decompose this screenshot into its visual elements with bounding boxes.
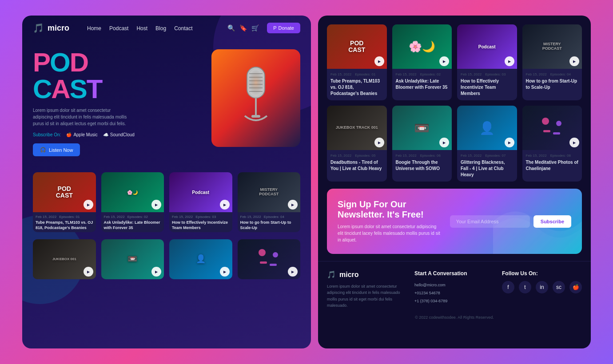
apple-music-link[interactable]: 🍎 Apple Music bbox=[66, 132, 97, 137]
instagram-icon[interactable]: in bbox=[536, 281, 548, 293]
card-title-1: Tube Preamps, TLM103 vs. OJ 818, Podcast… bbox=[36, 220, 93, 230]
thumb-1: PODCAST ▶ bbox=[33, 172, 96, 212]
facebook-icon[interactable]: f bbox=[502, 281, 514, 293]
ep-card-2: 🌸🌙 ▶ Feb 15, 2022 Episodes: 02 Ask Unlad… bbox=[392, 24, 452, 100]
thumb-8: ▶ bbox=[238, 239, 301, 279]
ep-date-2: Feb 15, 2022 bbox=[396, 72, 417, 76]
apple-icon[interactable]: 🍎 bbox=[569, 281, 582, 293]
play-button-4[interactable]: ▶ bbox=[288, 200, 298, 210]
ep-thumb-1: PODCAST ▶ bbox=[327, 24, 387, 69]
footer-phone2: +1 (378) 034-6789 bbox=[414, 297, 493, 305]
footer-conversation-title: Start A Conversation bbox=[414, 270, 493, 277]
logo[interactable]: 🎵 micro bbox=[33, 23, 69, 33]
svg-point-11 bbox=[259, 249, 266, 256]
svg-rect-17 bbox=[543, 130, 550, 132]
card-ep: Episodes: 04 bbox=[264, 215, 284, 219]
nav-contact[interactable]: Contact bbox=[174, 25, 192, 32]
footer-contact-info: hello@micro.com +01234 54678 +1 (378) 03… bbox=[414, 281, 493, 305]
footer-logo: 🎵 micro bbox=[327, 270, 406, 279]
podcast-grid-bottom-left: JUKEBOX 001 ▶ 📼 ▶ 👤 ▶ bbox=[22, 239, 311, 286]
follow-title: Follow Us On: bbox=[502, 270, 582, 277]
newsletter-description: Lorem ipsum dolor sit amet consectetur a… bbox=[338, 223, 441, 243]
ep-num-7: Episodes: 07 bbox=[485, 154, 506, 158]
ep-date-3: Feb 15, 2022 bbox=[461, 72, 482, 76]
play-button-3[interactable]: ▶ bbox=[220, 200, 230, 210]
podcast-grid-left: PODCAST ▶ Feb 15, 2022 Episodes: 01 Tube… bbox=[22, 165, 311, 239]
nav-blog[interactable]: Blog bbox=[155, 25, 166, 32]
ep-num-4: Episodes: 04 bbox=[550, 72, 571, 76]
svg-point-15 bbox=[542, 118, 549, 125]
footer-description: Lorem ipsum dolor sit amet consectetur a… bbox=[327, 283, 406, 309]
svg-point-16 bbox=[556, 121, 561, 126]
ep-title-2: Ask Unladylike: Late Bloomer with Foreve… bbox=[396, 78, 449, 91]
ep-num-6: Episodes: 06 bbox=[420, 154, 441, 158]
donate-button[interactable]: P Donate bbox=[267, 23, 300, 33]
logo-text: micro bbox=[48, 24, 69, 33]
footer-social-col: Follow Us On: f t in sc 🍎 bbox=[502, 270, 582, 309]
ep-num-5: Episodes: 05 bbox=[355, 154, 375, 158]
thumb-5: JUKEBOX 001 ▶ bbox=[33, 239, 96, 279]
soundcloud-link[interactable]: ☁️ SoundCloud bbox=[103, 132, 135, 137]
ep-card-1: PODCAST ▶ Feb 15, 2022 Episodes: 01 Tube… bbox=[327, 24, 387, 100]
ep-play-3[interactable]: ▶ bbox=[505, 56, 514, 66]
svg-rect-9 bbox=[251, 115, 260, 118]
card-ep: Episodes: 03 bbox=[195, 215, 216, 219]
footer-logo-icon: 🎵 bbox=[327, 270, 336, 279]
ep-title-3: How to Effectively Incentivize Team Memb… bbox=[461, 78, 513, 97]
ep-num-8: Episodes: 08 bbox=[550, 154, 571, 158]
play-button-5[interactable]: ▶ bbox=[84, 267, 93, 277]
soundcloud-icon[interactable]: sc bbox=[553, 281, 565, 293]
hero-description: Lorem ipsum dolor sit amet consectetur a… bbox=[33, 107, 131, 127]
nav-podcast[interactable]: Podcast bbox=[109, 25, 128, 32]
play-button-1[interactable]: ▶ bbox=[84, 200, 93, 210]
bookmark-icon[interactable]: 🔖 bbox=[239, 24, 247, 32]
svg-point-12 bbox=[273, 252, 278, 257]
ep-card-7: 👤 ▶ Feb 15, 2022 Episodes: 07 Glittering… bbox=[457, 106, 517, 182]
hero-section: POD CAST Lorem ipsum dolor sit amet cons… bbox=[22, 40, 311, 165]
ep-thumb-7: 👤 ▶ bbox=[457, 106, 517, 150]
ep-play-5[interactable]: ▶ bbox=[374, 138, 384, 147]
play-button-8[interactable]: ▶ bbox=[288, 267, 298, 277]
hero-mic-image bbox=[211, 49, 300, 147]
footer-grid: 🎵 micro Lorem ipsum dolor sit amet conse… bbox=[327, 270, 582, 309]
cart-icon[interactable]: 🛒 bbox=[251, 24, 259, 32]
ep-title-1: Tube Preamps, TLM103 vs. OJ 818, Podcast… bbox=[330, 78, 383, 97]
twitter-icon[interactable]: t bbox=[519, 281, 531, 293]
podcast-card-8: ▶ bbox=[238, 239, 301, 279]
ep-num-2: Episodes: 02 bbox=[420, 72, 441, 76]
play-button-2[interactable]: ▶ bbox=[151, 200, 161, 210]
ep-play-2[interactable]: ▶ bbox=[439, 56, 449, 66]
ep-card-5: JUKEBOX TRACK 001 ▶ Feb 15, 2022 Episode… bbox=[327, 106, 387, 182]
ep-play-6[interactable]: ▶ bbox=[439, 138, 449, 147]
podcast-card-3: Podcast ▶ Feb 15, 2022 Episodes: 03 How … bbox=[169, 172, 232, 232]
ep-thumb-8: ▶ bbox=[522, 106, 582, 150]
nav-home[interactable]: Home bbox=[87, 25, 101, 32]
subscribe-row: Subscribe On: 🍎 Apple Music ☁️ SoundClou… bbox=[33, 132, 203, 137]
listen-now-button[interactable]: 🎧 Listen Now bbox=[33, 143, 80, 156]
ep-play-8[interactable]: ▶ bbox=[569, 138, 579, 147]
ep-card-6: 📼 ▶ Feb 15, 2022 Episodes: 06 Boogie Thr… bbox=[392, 106, 452, 182]
play-button-7[interactable]: ▶ bbox=[220, 267, 230, 277]
nav-links: Home Podcast Host Blog Contact bbox=[87, 24, 192, 32]
ep-play-4[interactable]: ▶ bbox=[569, 56, 579, 66]
footer-contact-col: Start A Conversation hello@micro.com +01… bbox=[414, 270, 493, 309]
subscribe-label: Subscribe On: bbox=[33, 132, 61, 137]
search-icon[interactable]: 🔍 bbox=[227, 24, 235, 32]
ep-thumb-2: 🌸🌙 ▶ bbox=[392, 24, 452, 69]
thumb-7: 👤 ▶ bbox=[169, 239, 232, 279]
footer-copyright: © 2022 codewithsodee. All Rights Reserve… bbox=[327, 315, 582, 320]
footer-email[interactable]: hello@micro.com bbox=[414, 281, 493, 289]
ep-card-8: ▶ Feb 15, 2022 Episodes: 08 The Meditati… bbox=[522, 106, 582, 182]
ep-date-8: Feb 15, 2022 bbox=[526, 154, 547, 158]
logo-icon: 🎵 bbox=[33, 23, 44, 33]
play-button-6[interactable]: ▶ bbox=[151, 267, 161, 277]
episode-grid-bottom: JUKEBOX TRACK 001 ▶ Feb 15, 2022 Episode… bbox=[318, 100, 591, 182]
ep-play-1[interactable]: ▶ bbox=[374, 56, 384, 66]
card-title-2: Ask Unladylike: Late Bloomer with Foreve… bbox=[104, 220, 162, 230]
svg-rect-18 bbox=[553, 132, 560, 135]
ep-date-5: Feb 15, 2022 bbox=[330, 154, 351, 158]
ep-play-7[interactable]: ▶ bbox=[505, 138, 514, 147]
thumb-4: MISTERYPODCAST ▶ bbox=[238, 172, 301, 212]
nav-host[interactable]: Host bbox=[136, 25, 147, 32]
card-ep: Episodes: 02 bbox=[127, 215, 148, 219]
